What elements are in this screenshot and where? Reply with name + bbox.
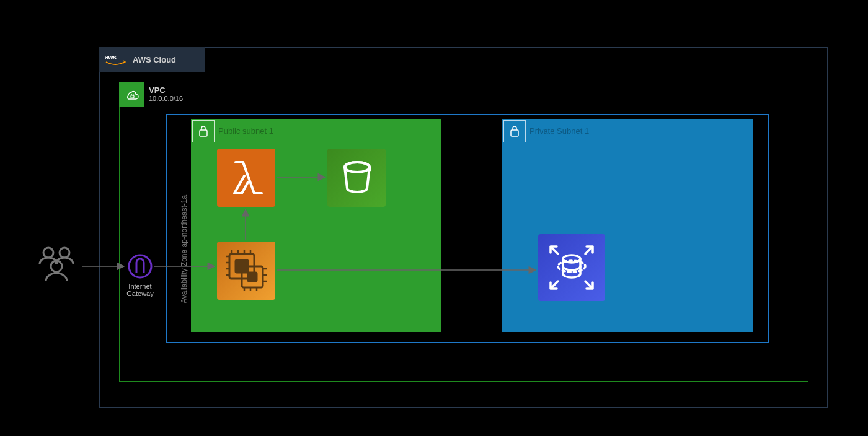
svg-point-8: [345, 162, 370, 172]
svg-point-5: [60, 248, 69, 258]
s3-service-icon: [327, 149, 386, 207]
ec2-service-icon: [217, 242, 275, 300]
vpc-title-block: VPC 10.0.0.0/16: [149, 85, 183, 102]
vpc-tab: [119, 82, 144, 107]
private-subnet-tab: [503, 120, 526, 142]
svg-point-4: [43, 248, 53, 258]
aws-cloud-tab: aws AWS Cloud: [99, 47, 205, 72]
public-subnet-tab: [192, 120, 215, 142]
public-subnet-title: Public subnet 1: [218, 126, 273, 136]
private-subnet-title: Private Subnet 1: [529, 126, 589, 136]
aws-logo-icon: aws: [103, 47, 128, 72]
lock-icon: [508, 124, 521, 138]
svg-rect-1: [131, 95, 134, 98]
internet-gateway-label: Internet Gateway: [126, 282, 154, 297]
rds-service-icon: [538, 234, 605, 301]
svg-rect-2: [200, 130, 207, 136]
diagram-stage: aws AWS Cloud VPC 10.0.0.0/16 Availabili…: [0, 0, 868, 436]
vpc-cidr: 10.0.0.0/16: [149, 95, 183, 102]
cloud-lock-icon: [123, 88, 140, 100]
lock-icon: [197, 124, 210, 138]
internet-gateway-icon: [126, 253, 154, 280]
availability-zone-label: Availability Zone ap-northeast-1a: [180, 195, 188, 303]
lambda-service-icon: [217, 149, 275, 207]
vpc-title: VPC: [149, 85, 183, 95]
svg-rect-11: [236, 260, 248, 272]
aws-cloud-title: AWS Cloud: [133, 55, 176, 64]
users-icon: [33, 244, 81, 287]
svg-rect-3: [511, 130, 518, 136]
svg-rect-12: [248, 272, 257, 281]
svg-text:aws: aws: [105, 54, 117, 61]
